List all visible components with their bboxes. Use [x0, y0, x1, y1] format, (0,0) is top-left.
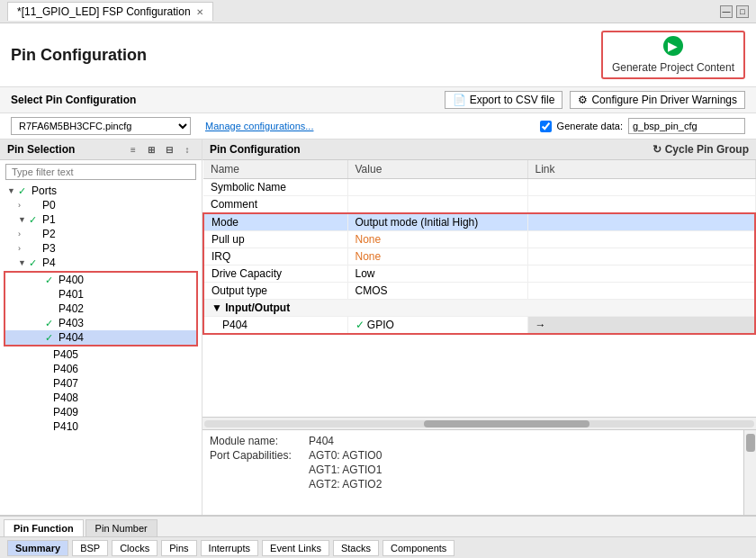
tree-item-p406[interactable]: ✓ P406 [0, 362, 202, 376]
row-drive-capacity[interactable]: Drive Capacity Low [203, 266, 755, 283]
tree-item-p0[interactable]: › ✓ P0 [0, 198, 202, 212]
tab-close-icon[interactable]: ✕ [196, 7, 203, 17]
pullup-link [527, 231, 755, 248]
summary-tab-bsp[interactable]: BSP [72, 540, 108, 556]
tab-pin-number[interactable]: Pin Number [86, 519, 158, 536]
row-io-section: ▼ Input/Output [203, 300, 755, 317]
generate-icon: ▶ [663, 36, 683, 56]
tree-item-p404[interactable]: ✓ P404 [5, 330, 196, 345]
sort-icon[interactable]: ↕ [180, 145, 194, 155]
config-right: Generate data: [540, 118, 745, 134]
summary-tab-interrupts[interactable]: Interrupts [201, 540, 258, 556]
symbolic-name-link [527, 179, 755, 196]
detail-scroll-thumb[interactable] [746, 434, 755, 452]
cycle-pin-group-button[interactable]: ↻ Cycle Pin Group [652, 143, 749, 156]
summary-tab-pins[interactable]: Pins [161, 540, 196, 556]
tree-item-p410[interactable]: ✓ P410 [0, 419, 202, 434]
tree-item-p405[interactable]: ✓ P405 [0, 347, 202, 362]
p404-io-link[interactable]: → [527, 317, 755, 335]
title-bar: *[11_GPIO_LED] FSP Configuration ✕ — □ [0, 0, 756, 23]
row-output-type[interactable]: Output type CMOS [203, 283, 755, 300]
port-cap-label: Port Capabilities: [210, 449, 309, 462]
col-value-header: Value [347, 160, 527, 179]
row-symbolic-name[interactable]: Symbolic Name [203, 179, 755, 196]
p410-label: P410 [53, 420, 78, 433]
tree-item-p407[interactable]: ✓ P407 [0, 376, 202, 391]
filter-input[interactable] [5, 164, 196, 180]
cycle-icon: ↻ [652, 143, 662, 156]
tree-item-p4[interactable]: ▼ ✓ P4 [0, 256, 202, 270]
maximize-button[interactable]: □ [736, 5, 749, 18]
configure-warnings-button[interactable]: ⚙ Configure Pin Driver Warnings [570, 91, 745, 109]
port-cap-value-2: AGT2: AGTIO2 [309, 478, 382, 490]
row-irq[interactable]: IRQ None [203, 248, 755, 266]
p400-check-icon: ✓ [45, 274, 56, 286]
tree-item-p1[interactable]: ▼ ✓ P1 [0, 212, 202, 227]
horizontal-scrollbar[interactable] [202, 417, 756, 429]
export-csv-button[interactable]: 📄 Export to CSV file [445, 91, 563, 109]
h-scroll-thumb[interactable] [424, 420, 589, 428]
drive-capacity-label: Drive Capacity [203, 266, 347, 283]
drive-capacity-value: Low [347, 266, 527, 283]
output-type-label: Output type [203, 283, 347, 300]
main-area: Pin Configuration ▶ Generate Project Con… [0, 23, 756, 558]
ports-label: Ports [32, 184, 57, 197]
p1-expand-icon: ▼ [18, 215, 29, 224]
symbolic-name-value [347, 179, 527, 196]
pin-selection-label: Pin Selection [7, 143, 75, 156]
row-p404[interactable]: P404 ✓ GPIO → [203, 317, 755, 335]
p4-expand-icon: ▼ [18, 258, 29, 267]
minimize-button[interactable]: — [720, 5, 733, 18]
tree-item-p3[interactable]: › ✓ P3 [0, 241, 202, 256]
panel-header-icons: ≡ ⊞ ⊟ ↕ [126, 145, 194, 155]
right-panel: Pin Configuration ↻ Cycle Pin Group Name… [202, 140, 756, 515]
detail-module-name-row: Module name: P404 [210, 434, 749, 448]
collapse-all-icon[interactable]: ≡ [126, 145, 140, 155]
expand-icon[interactable]: ⊞ [144, 145, 158, 155]
drive-capacity-link [527, 266, 755, 283]
detail-scrollbar[interactable] [743, 430, 756, 515]
config-file-select[interactable]: R7FA6M5BH3CFC.pincfg [11, 117, 191, 135]
summary-tab-event-links[interactable]: Event Links [262, 540, 329, 556]
symbolic-name-label: Symbolic Name [203, 179, 347, 196]
p402-label: P402 [58, 302, 84, 315]
p403-label: P403 [58, 317, 84, 329]
export-icon: 📄 [453, 94, 466, 106]
tree-item-p402[interactable]: ✓ P402 [5, 302, 196, 316]
config-table: Name Value Link Symbolic Name Comment [202, 160, 756, 335]
summary-tab-summary[interactable]: Summary [7, 540, 68, 556]
tree-item-p409[interactable]: ✓ P409 [0, 405, 202, 419]
mode-value: Output mode (Initial High) [347, 213, 527, 231]
tree-item-p408[interactable]: ✓ P408 [0, 391, 202, 405]
generate-data-checkbox[interactable] [540, 121, 552, 132]
tree-item-p2[interactable]: › ✓ P2 [0, 227, 202, 241]
window-tab[interactable]: *[11_GPIO_LED] FSP Configuration ✕ [7, 2, 213, 21]
summary-tab-stacks[interactable]: Stacks [333, 540, 379, 556]
col-name-header: Name [203, 160, 347, 179]
tree-item-p400[interactable]: ✓ P400 [5, 273, 196, 287]
comment-link [527, 196, 755, 214]
tab-pin-function[interactable]: Pin Function [4, 519, 84, 536]
p400-label: P400 [58, 274, 84, 286]
pin-config-header: Pin Configuration ↻ Cycle Pin Group [202, 140, 756, 160]
summary-bar: Summary BSP Clocks Pins Interrupts Event… [0, 536, 756, 558]
tree-item-p403[interactable]: ✓ P403 [5, 316, 196, 330]
p404-label: P404 [58, 331, 84, 344]
tree-item-ports[interactable]: ▼ ✓ Ports [0, 184, 202, 198]
p2-label: P2 [42, 228, 56, 240]
manage-configurations-link[interactable]: Manage configurations... [205, 121, 313, 131]
pin-selection-header: Pin Selection ≡ ⊞ ⊟ ↕ [0, 140, 202, 160]
collapse-icon[interactable]: ⊟ [162, 145, 176, 155]
row-pullup[interactable]: Pull up None [203, 231, 755, 248]
pin-config-label: Pin Configuration [210, 143, 301, 156]
generate-project-content-button[interactable]: ▶ Generate Project Content [601, 31, 745, 79]
generate-data-input[interactable] [628, 118, 745, 134]
p409-label: P409 [53, 406, 78, 418]
summary-tab-components[interactable]: Components [382, 540, 454, 556]
p1-label: P1 [42, 213, 56, 226]
row-mode[interactable]: Mode Output mode (Initial High) [203, 213, 755, 231]
tree-item-p401[interactable]: ✓ P401 [5, 287, 196, 302]
summary-tab-clocks[interactable]: Clocks [112, 540, 158, 556]
select-pin-config-label: Select Pin Configuration [11, 94, 136, 106]
row-comment[interactable]: Comment [203, 196, 755, 214]
